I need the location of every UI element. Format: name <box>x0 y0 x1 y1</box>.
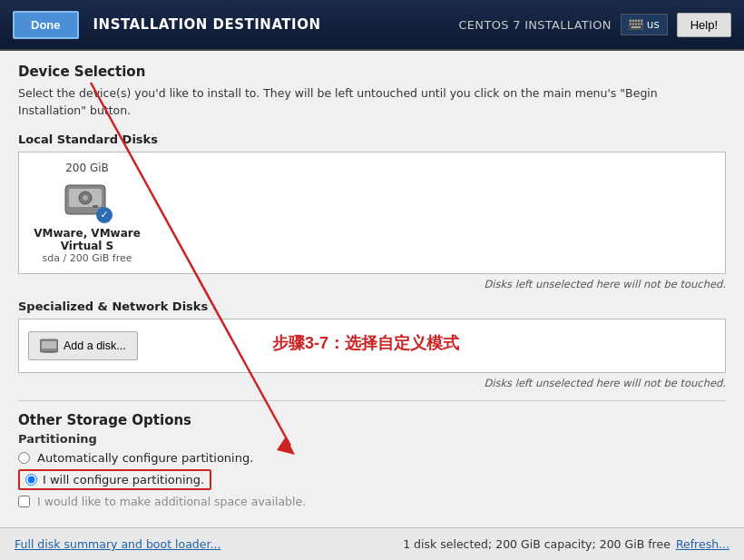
auto-partition-row: Automatically configure partitioning. <box>18 451 726 465</box>
add-disk-button[interactable]: Add a disk... <box>28 331 138 360</box>
auto-partition-label: Automatically configure partitioning. <box>37 451 253 465</box>
keyboard-selector[interactable]: us <box>621 14 668 35</box>
svg-rect-6 <box>630 24 631 25</box>
svg-rect-19 <box>45 349 53 351</box>
footer-bar: Full disk summary and boot loader... 1 d… <box>0 527 744 560</box>
svg-rect-1 <box>630 20 631 22</box>
other-storage-title: Other Storage Options <box>18 412 726 428</box>
disk-name: VMware, VMware Virtual S <box>28 227 146 252</box>
svg-point-15 <box>83 195 88 201</box>
svg-rect-16 <box>93 205 98 208</box>
done-button[interactable]: Done <box>13 11 79 39</box>
specialized-box: Add a disk... <box>18 319 726 373</box>
manual-partition-highlight: I will configure partitioning. <box>18 469 211 490</box>
disk-hint-2: Disks left unselected here will not be t… <box>18 377 726 389</box>
svg-rect-2 <box>632 20 634 22</box>
svg-rect-3 <box>635 20 637 22</box>
page-wrapper: Done INSTALLATION DESTINATION CENTOS 7 I… <box>0 0 744 560</box>
svg-rect-11 <box>631 26 641 28</box>
header-left: Done INSTALLATION DESTINATION <box>13 11 320 39</box>
separator <box>18 400 726 401</box>
main-content: Device Selection Select the device(s) yo… <box>0 51 744 527</box>
svg-rect-18 <box>42 341 56 349</box>
partitioning-label: Partitioning <box>18 432 726 446</box>
header-right: CENTOS 7 INSTALLATION us <box>458 13 731 37</box>
svg-rect-9 <box>638 24 640 25</box>
extra-space-label: I would like to make additional space av… <box>37 495 306 508</box>
local-disks-label: Local Standard Disks <box>18 133 726 146</box>
footer-right: 1 disk selected; 200 GiB capacity; 200 G… <box>403 537 729 551</box>
local-disks-box: 200 GiB ✓ VMware, VMware Virtual S sda /… <box>18 152 726 274</box>
svg-rect-7 <box>632 24 634 25</box>
disk-icon-wrapper: ✓ <box>62 180 113 223</box>
add-disk-label: Add a disk... <box>64 339 126 352</box>
manual-partition-radio[interactable] <box>25 474 37 486</box>
svg-rect-8 <box>635 24 637 25</box>
disk-size: 200 GiB <box>28 162 146 174</box>
header-title: INSTALLATION DESTINATION <box>93 16 321 33</box>
disk-summary-link[interactable]: Full disk summary and boot loader... <box>15 537 220 551</box>
keyboard-layout-label: us <box>647 18 660 31</box>
disk-checkmark: ✓ <box>96 207 113 223</box>
svg-rect-4 <box>638 20 640 22</box>
keyboard-icon <box>629 19 643 30</box>
svg-rect-5 <box>641 20 642 22</box>
disk-hint-1: Disks left unselected here will not be t… <box>18 278 726 290</box>
network-disk-icon <box>40 338 58 354</box>
device-selection-title: Device Selection <box>18 64 726 80</box>
header-bar: Done INSTALLATION DESTINATION CENTOS 7 I… <box>0 0 744 51</box>
help-button[interactable]: Help! <box>677 13 731 37</box>
svg-rect-10 <box>641 24 642 25</box>
svg-rect-20 <box>44 351 54 353</box>
disk-item[interactable]: 200 GiB ✓ VMware, VMware Virtual S sda /… <box>28 162 146 264</box>
auto-partition-radio[interactable] <box>18 452 30 464</box>
centos-title: CENTOS 7 INSTALLATION <box>458 18 611 32</box>
extra-space-checkbox[interactable] <box>18 496 30 507</box>
device-selection-desc: Select the device(s) you'd like to insta… <box>18 85 726 120</box>
footer-status: 1 disk selected; 200 GiB capacity; 200 G… <box>403 537 671 551</box>
manual-partition-label: I will configure partitioning. <box>43 473 204 486</box>
manual-partition-row: I will configure partitioning. <box>18 469 726 490</box>
space-checkbox-row: I would like to make additional space av… <box>18 495 726 508</box>
specialized-label: Specialized & Network Disks <box>18 300 726 313</box>
refresh-link[interactable]: Refresh... <box>676 537 729 551</box>
disk-meta: sda / 200 GiB free <box>43 252 132 264</box>
